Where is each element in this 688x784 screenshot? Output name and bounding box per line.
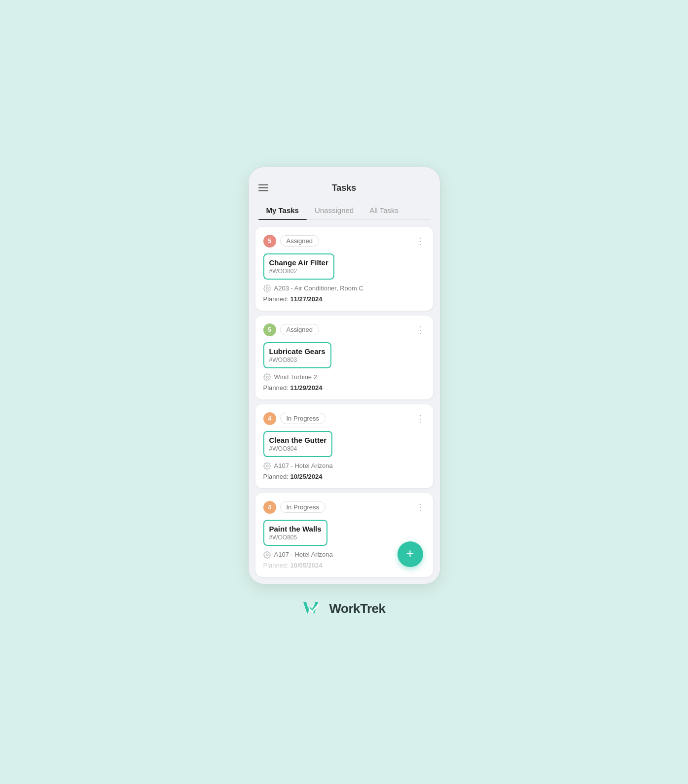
app-header: Tasks My Tasks Unassigned All Tasks	[249, 167, 440, 220]
task-status-3: In Progress	[280, 413, 326, 424]
task-title-box-1: Change Air Filter #WOO802	[263, 253, 334, 280]
task-list: 5 Assigned ⋮ Change Air Filter #WOO802 A…	[249, 220, 440, 584]
task-card-2[interactable]: 5 Assigned ⋮ Lubricate Gears #WOO803 Win…	[255, 316, 433, 399]
task-menu-2[interactable]: ⋮	[416, 324, 425, 335]
svg-point-0	[266, 287, 268, 289]
task-menu-4[interactable]: ⋮	[416, 502, 425, 513]
tab-all-tasks[interactable]: All Tasks	[362, 201, 406, 219]
task-menu-1[interactable]: ⋮	[416, 236, 425, 247]
asset-icon-2	[263, 373, 271, 381]
task-code-3: #WOO804	[269, 445, 327, 452]
task-location-3: A107 - Hotel Arizona	[263, 462, 425, 470]
task-badge-4: 4	[263, 501, 276, 514]
asset-icon-4	[263, 551, 271, 559]
task-title-box-4: Paint the Walls #WOO805	[263, 520, 327, 546]
task-card-1[interactable]: 5 Assigned ⋮ Change Air Filter #WOO802 A…	[255, 227, 433, 311]
svg-point-1	[266, 376, 268, 378]
task-title-4: Paint the Walls	[269, 525, 322, 533]
hamburger-menu[interactable]	[258, 184, 268, 191]
task-code-4: #WOO805	[269, 534, 322, 541]
task-date-2: Planned: 11/29/2024	[263, 384, 425, 392]
add-task-button[interactable]: +	[398, 541, 423, 567]
task-date-3: Planned: 10/25/2024	[263, 473, 425, 480]
task-menu-3[interactable]: ⋮	[416, 413, 425, 424]
phone-frame: Tasks My Tasks Unassigned All Tasks 5 As…	[248, 167, 440, 584]
asset-icon-1	[263, 285, 271, 292]
svg-point-3	[266, 554, 268, 556]
task-date-1: Planned: 11/27/2024	[263, 295, 425, 303]
task-status-2: Assigned	[280, 324, 319, 335]
task-title-1: Change Air Filter	[269, 258, 328, 267]
tab-bar: My Tasks Unassigned All Tasks	[258, 201, 430, 220]
task-card-4[interactable]: 4 In Progress ⋮ Paint the Walls #WOO805 …	[255, 493, 433, 577]
task-title-box-2: Lubricate Gears #WOO803	[263, 342, 331, 368]
task-card-3[interactable]: 4 In Progress ⋮ Clean the Gutter #WOO804…	[255, 404, 433, 488]
task-code-1: #WOO802	[269, 268, 328, 275]
task-badge-3: 4	[263, 412, 276, 425]
svg-point-2	[266, 465, 268, 467]
task-badge-1: 5	[263, 235, 276, 248]
plus-icon: +	[406, 547, 414, 561]
tab-unassigned[interactable]: Unassigned	[307, 201, 362, 219]
task-status-1: Assigned	[280, 235, 319, 247]
task-badge-2: 5	[263, 323, 276, 336]
tab-my-tasks[interactable]: My Tasks	[258, 201, 307, 219]
task-title-box-3: Clean the Gutter #WOO804	[263, 431, 333, 457]
brand-logo-icon	[302, 600, 324, 618]
page-title: Tasks	[332, 183, 357, 193]
task-title-3: Clean the Gutter	[269, 436, 327, 444]
brand-name: WorkTrek	[329, 601, 385, 616]
task-status-4: In Progress	[280, 501, 326, 513]
task-title-2: Lubricate Gears	[269, 347, 326, 356]
brand-footer: WorkTrek	[302, 600, 385, 618]
task-code-2: #WOO803	[269, 356, 326, 363]
asset-icon-3	[263, 462, 271, 470]
task-location-1: A203 - Air Conditioner, Room C	[263, 285, 425, 292]
task-location-2: Wind Turbine 2	[263, 373, 425, 381]
